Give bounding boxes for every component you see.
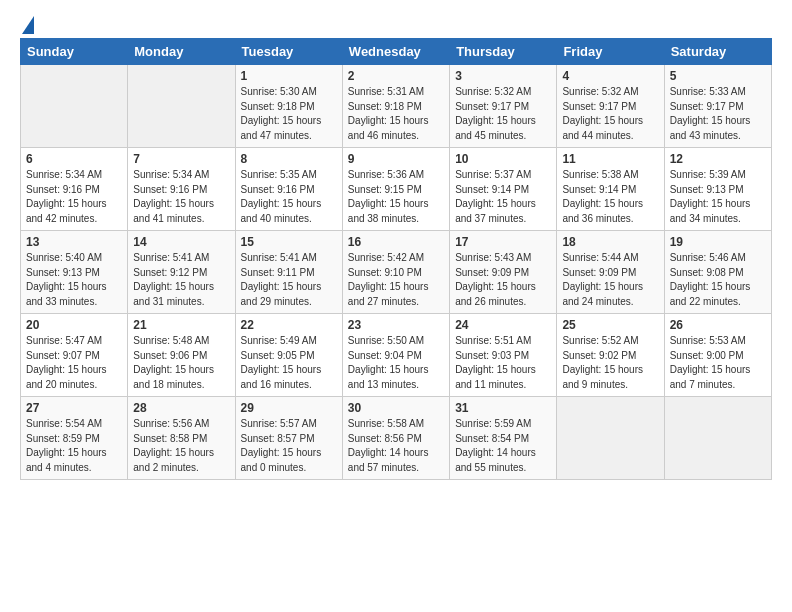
weekday-header-friday: Friday — [557, 39, 664, 65]
calendar-cell: 28Sunrise: 5:56 AM Sunset: 8:58 PM Dayli… — [128, 397, 235, 480]
calendar-cell: 2Sunrise: 5:31 AM Sunset: 9:18 PM Daylig… — [342, 65, 449, 148]
calendar-cell — [557, 397, 664, 480]
calendar-week-3: 13Sunrise: 5:40 AM Sunset: 9:13 PM Dayli… — [21, 231, 772, 314]
day-number: 15 — [241, 235, 337, 249]
calendar-cell: 31Sunrise: 5:59 AM Sunset: 8:54 PM Dayli… — [450, 397, 557, 480]
day-info: Sunrise: 5:32 AM Sunset: 9:17 PM Dayligh… — [562, 85, 658, 143]
day-info: Sunrise: 5:53 AM Sunset: 9:00 PM Dayligh… — [670, 334, 766, 392]
day-info: Sunrise: 5:34 AM Sunset: 9:16 PM Dayligh… — [133, 168, 229, 226]
calendar-week-2: 6Sunrise: 5:34 AM Sunset: 9:16 PM Daylig… — [21, 148, 772, 231]
day-info: Sunrise: 5:56 AM Sunset: 8:58 PM Dayligh… — [133, 417, 229, 475]
day-number: 18 — [562, 235, 658, 249]
day-info: Sunrise: 5:41 AM Sunset: 9:12 PM Dayligh… — [133, 251, 229, 309]
day-number: 28 — [133, 401, 229, 415]
calendar-cell: 14Sunrise: 5:41 AM Sunset: 9:12 PM Dayli… — [128, 231, 235, 314]
day-number: 29 — [241, 401, 337, 415]
calendar-cell: 22Sunrise: 5:49 AM Sunset: 9:05 PM Dayli… — [235, 314, 342, 397]
calendar-cell: 10Sunrise: 5:37 AM Sunset: 9:14 PM Dayli… — [450, 148, 557, 231]
day-number: 26 — [670, 318, 766, 332]
weekday-header-saturday: Saturday — [664, 39, 771, 65]
day-info: Sunrise: 5:51 AM Sunset: 9:03 PM Dayligh… — [455, 334, 551, 392]
day-info: Sunrise: 5:31 AM Sunset: 9:18 PM Dayligh… — [348, 85, 444, 143]
day-info: Sunrise: 5:50 AM Sunset: 9:04 PM Dayligh… — [348, 334, 444, 392]
day-number: 21 — [133, 318, 229, 332]
day-info: Sunrise: 5:39 AM Sunset: 9:13 PM Dayligh… — [670, 168, 766, 226]
calendar-cell: 3Sunrise: 5:32 AM Sunset: 9:17 PM Daylig… — [450, 65, 557, 148]
day-info: Sunrise: 5:34 AM Sunset: 9:16 PM Dayligh… — [26, 168, 122, 226]
day-number: 4 — [562, 69, 658, 83]
day-number: 13 — [26, 235, 122, 249]
day-number: 3 — [455, 69, 551, 83]
day-info: Sunrise: 5:41 AM Sunset: 9:11 PM Dayligh… — [241, 251, 337, 309]
weekday-header-monday: Monday — [128, 39, 235, 65]
day-number: 1 — [241, 69, 337, 83]
day-info: Sunrise: 5:35 AM Sunset: 9:16 PM Dayligh… — [241, 168, 337, 226]
calendar-cell: 18Sunrise: 5:44 AM Sunset: 9:09 PM Dayli… — [557, 231, 664, 314]
calendar-cell: 5Sunrise: 5:33 AM Sunset: 9:17 PM Daylig… — [664, 65, 771, 148]
calendar-week-5: 27Sunrise: 5:54 AM Sunset: 8:59 PM Dayli… — [21, 397, 772, 480]
day-number: 2 — [348, 69, 444, 83]
day-info: Sunrise: 5:40 AM Sunset: 9:13 PM Dayligh… — [26, 251, 122, 309]
day-info: Sunrise: 5:49 AM Sunset: 9:05 PM Dayligh… — [241, 334, 337, 392]
day-number: 22 — [241, 318, 337, 332]
weekday-header-thursday: Thursday — [450, 39, 557, 65]
day-info: Sunrise: 5:54 AM Sunset: 8:59 PM Dayligh… — [26, 417, 122, 475]
calendar-cell: 16Sunrise: 5:42 AM Sunset: 9:10 PM Dayli… — [342, 231, 449, 314]
calendar-cell: 24Sunrise: 5:51 AM Sunset: 9:03 PM Dayli… — [450, 314, 557, 397]
day-number: 11 — [562, 152, 658, 166]
weekday-header-wednesday: Wednesday — [342, 39, 449, 65]
calendar-cell: 21Sunrise: 5:48 AM Sunset: 9:06 PM Dayli… — [128, 314, 235, 397]
calendar-cell: 17Sunrise: 5:43 AM Sunset: 9:09 PM Dayli… — [450, 231, 557, 314]
calendar-cell: 4Sunrise: 5:32 AM Sunset: 9:17 PM Daylig… — [557, 65, 664, 148]
logo-triangle-icon — [22, 16, 34, 34]
day-info: Sunrise: 5:46 AM Sunset: 9:08 PM Dayligh… — [670, 251, 766, 309]
day-info: Sunrise: 5:57 AM Sunset: 8:57 PM Dayligh… — [241, 417, 337, 475]
day-info: Sunrise: 5:33 AM Sunset: 9:17 PM Dayligh… — [670, 85, 766, 143]
calendar-cell: 11Sunrise: 5:38 AM Sunset: 9:14 PM Dayli… — [557, 148, 664, 231]
day-info: Sunrise: 5:48 AM Sunset: 9:06 PM Dayligh… — [133, 334, 229, 392]
day-number: 9 — [348, 152, 444, 166]
calendar-cell: 19Sunrise: 5:46 AM Sunset: 9:08 PM Dayli… — [664, 231, 771, 314]
calendar-cell: 29Sunrise: 5:57 AM Sunset: 8:57 PM Dayli… — [235, 397, 342, 480]
day-number: 25 — [562, 318, 658, 332]
calendar-cell — [664, 397, 771, 480]
weekday-header-tuesday: Tuesday — [235, 39, 342, 65]
day-number: 24 — [455, 318, 551, 332]
day-info: Sunrise: 5:52 AM Sunset: 9:02 PM Dayligh… — [562, 334, 658, 392]
day-number: 23 — [348, 318, 444, 332]
day-number: 7 — [133, 152, 229, 166]
calendar-cell: 8Sunrise: 5:35 AM Sunset: 9:16 PM Daylig… — [235, 148, 342, 231]
calendar-cell: 9Sunrise: 5:36 AM Sunset: 9:15 PM Daylig… — [342, 148, 449, 231]
day-info: Sunrise: 5:58 AM Sunset: 8:56 PM Dayligh… — [348, 417, 444, 475]
weekday-header-sunday: Sunday — [21, 39, 128, 65]
day-info: Sunrise: 5:42 AM Sunset: 9:10 PM Dayligh… — [348, 251, 444, 309]
calendar-week-4: 20Sunrise: 5:47 AM Sunset: 9:07 PM Dayli… — [21, 314, 772, 397]
calendar-cell: 15Sunrise: 5:41 AM Sunset: 9:11 PM Dayli… — [235, 231, 342, 314]
day-number: 10 — [455, 152, 551, 166]
calendar-cell: 30Sunrise: 5:58 AM Sunset: 8:56 PM Dayli… — [342, 397, 449, 480]
day-number: 31 — [455, 401, 551, 415]
calendar-cell: 20Sunrise: 5:47 AM Sunset: 9:07 PM Dayli… — [21, 314, 128, 397]
calendar-cell: 1Sunrise: 5:30 AM Sunset: 9:18 PM Daylig… — [235, 65, 342, 148]
calendar-cell: 7Sunrise: 5:34 AM Sunset: 9:16 PM Daylig… — [128, 148, 235, 231]
calendar-cell: 25Sunrise: 5:52 AM Sunset: 9:02 PM Dayli… — [557, 314, 664, 397]
calendar-table: SundayMondayTuesdayWednesdayThursdayFrid… — [20, 38, 772, 480]
day-number: 27 — [26, 401, 122, 415]
day-info: Sunrise: 5:32 AM Sunset: 9:17 PM Dayligh… — [455, 85, 551, 143]
day-number: 12 — [670, 152, 766, 166]
calendar-cell: 12Sunrise: 5:39 AM Sunset: 9:13 PM Dayli… — [664, 148, 771, 231]
day-info: Sunrise: 5:36 AM Sunset: 9:15 PM Dayligh… — [348, 168, 444, 226]
calendar-cell — [21, 65, 128, 148]
calendar-cell: 26Sunrise: 5:53 AM Sunset: 9:00 PM Dayli… — [664, 314, 771, 397]
calendar-cell: 13Sunrise: 5:40 AM Sunset: 9:13 PM Dayli… — [21, 231, 128, 314]
calendar-cell: 27Sunrise: 5:54 AM Sunset: 8:59 PM Dayli… — [21, 397, 128, 480]
day-number: 14 — [133, 235, 229, 249]
day-info: Sunrise: 5:44 AM Sunset: 9:09 PM Dayligh… — [562, 251, 658, 309]
day-info: Sunrise: 5:43 AM Sunset: 9:09 PM Dayligh… — [455, 251, 551, 309]
day-number: 17 — [455, 235, 551, 249]
logo — [20, 16, 34, 34]
day-number: 6 — [26, 152, 122, 166]
day-number: 5 — [670, 69, 766, 83]
calendar-cell: 6Sunrise: 5:34 AM Sunset: 9:16 PM Daylig… — [21, 148, 128, 231]
day-number: 8 — [241, 152, 337, 166]
